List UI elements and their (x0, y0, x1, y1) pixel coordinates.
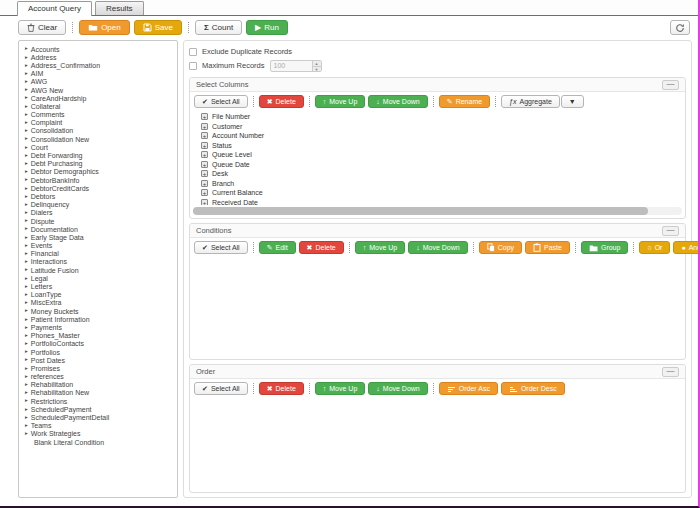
column-item[interactable]: Queue Date (190, 160, 685, 170)
tree-item[interactable]: ▸ Court (21, 143, 175, 151)
collapse-button[interactable]: — (662, 367, 679, 377)
tree-item[interactable]: ▸ Legal (21, 274, 175, 282)
tree-item[interactable]: ▸ AWG New (21, 86, 175, 94)
conditions-move-down-button[interactable]: ↓Move Down (408, 241, 467, 254)
tree-item[interactable]: ▸ Money Buckets (21, 307, 175, 315)
tree-item[interactable]: ▸ Complaint (21, 119, 175, 127)
exclude-duplicates-checkbox[interactable] (189, 48, 197, 56)
order-select-all-button[interactable]: ✔Select All (194, 382, 248, 395)
tree-item[interactable]: ▸ Patient Information (21, 315, 175, 323)
tree-item[interactable]: ▸ Comments (21, 111, 175, 119)
scrollbar-thumb[interactable] (193, 207, 648, 215)
tree-item[interactable]: ▸ Dialers (21, 209, 175, 217)
tree-item[interactable]: ▸ Debt Forwarding (21, 151, 175, 159)
tree-item[interactable]: ▸ references (21, 373, 175, 381)
tree-item[interactable]: ▸ Payments (21, 323, 175, 331)
tree-item[interactable]: ▸ Early Stage Data (21, 233, 175, 241)
order-asc-button[interactable]: Order Asc (439, 382, 498, 395)
tree-item[interactable]: ▸ Debtor Demographics (21, 168, 175, 176)
columns-delete-button[interactable]: ✖Delete (259, 95, 304, 108)
expand-plus-icon[interactable] (201, 161, 208, 168)
conditions-group-button[interactable]: Group (581, 241, 628, 254)
tree-item[interactable]: ▸ Interactions (21, 258, 175, 266)
expand-plus-icon[interactable] (201, 151, 208, 158)
collapse-button[interactable]: — (662, 80, 679, 90)
conditions-or-button[interactable]: ○Or (639, 241, 670, 254)
tree-item[interactable]: ▸ Collateral (21, 102, 175, 110)
tree-item[interactable]: ▸ DebtorCreditCards (21, 184, 175, 192)
tree-item[interactable]: ▸ Letters (21, 282, 175, 290)
column-item[interactable]: Customer (190, 122, 685, 132)
order-move-down-button[interactable]: ↓Move Down (368, 382, 427, 395)
tree-item[interactable]: ▸ AIM (21, 70, 175, 78)
column-item[interactable]: File Number (190, 112, 685, 122)
column-item[interactable]: Account Number (190, 131, 685, 141)
collapse-button[interactable]: — (662, 226, 679, 236)
order-delete-button[interactable]: ✖Delete (259, 382, 304, 395)
conditions-delete-button[interactable]: ✖Delete (299, 241, 344, 254)
tree-item[interactable]: ▸ Rehabilitation New (21, 389, 175, 397)
tree-item[interactable]: ▸ MiscExtra (21, 299, 175, 307)
column-item[interactable]: Current Balance (190, 188, 685, 198)
clear-button[interactable]: Clear (18, 20, 66, 35)
tree-item[interactable]: ▸ Debtors (21, 192, 175, 200)
tree-item[interactable]: ▸ Address_Confirmation (21, 61, 175, 69)
tree-item[interactable]: ▸ Phones_Master (21, 332, 175, 340)
conditions-select-all-button[interactable]: ✔Select All (194, 241, 248, 254)
conditions-edit-button[interactable]: ✎Edit (259, 241, 296, 254)
order-desc-button[interactable]: Order Desc (501, 382, 565, 395)
tree-item[interactable]: ▸ Financial (21, 250, 175, 258)
tab-account-query[interactable]: Account Query (17, 1, 92, 16)
tree-item[interactable]: ▸ Consolidation New (21, 135, 175, 143)
spinner-down-icon[interactable]: ▼ (313, 67, 321, 72)
refresh-button[interactable] (670, 20, 690, 35)
tree-item[interactable]: ▸ Documentation (21, 225, 175, 233)
tree-item-blank-literal-condition[interactable]: Blank Literal Condition (21, 438, 175, 446)
save-button[interactable]: Save (134, 20, 182, 35)
column-item[interactable]: Received Date (190, 198, 685, 206)
tree-item[interactable]: ▸ Debt Purchasing (21, 160, 175, 168)
columns-aggregate-button[interactable]: ƒxAggregate (501, 95, 560, 108)
aggregate-dropdown-button[interactable]: ▼ (561, 95, 584, 108)
expand-plus-icon[interactable] (201, 142, 208, 149)
tree-item[interactable]: ▸ Post Dates (21, 356, 175, 364)
maximum-records-input[interactable] (271, 61, 312, 71)
columns-move-up-button[interactable]: ↑Move Up (315, 95, 366, 108)
tree-item[interactable]: ▸ Portfolios (21, 348, 175, 356)
tree-item[interactable]: ▸ Accounts (21, 45, 175, 53)
columns-select-all-button[interactable]: ✔Select All (194, 95, 248, 108)
tree-item[interactable]: ▸ PortfolioContacts (21, 340, 175, 348)
column-item[interactable]: Queue Level (190, 150, 685, 160)
expand-plus-icon[interactable] (201, 189, 208, 196)
tree-item[interactable]: ▸ ScheduledPayment (21, 405, 175, 413)
tree-item[interactable]: ▸ Work Strategies (21, 430, 175, 438)
tree-item[interactable]: ▸ Events (21, 242, 175, 250)
expand-plus-icon[interactable] (201, 180, 208, 187)
tree-item[interactable]: ▸ CareAndHardship (21, 94, 175, 102)
tree-item[interactable]: ▸ Teams (21, 422, 175, 430)
column-item[interactable]: Branch (190, 179, 685, 189)
tree-item[interactable]: ▸ Delinquency (21, 201, 175, 209)
expand-plus-icon[interactable] (201, 123, 208, 130)
count-button[interactable]: Σ Count (195, 20, 242, 35)
columns-move-down-button[interactable]: ↓Move Down (368, 95, 427, 108)
tree-item[interactable]: ▸ Promises (21, 364, 175, 372)
conditions-paste-button[interactable]: Paste (525, 241, 570, 254)
tree-item[interactable]: ▸ ScheduledPaymentDetail (21, 413, 175, 421)
expand-plus-icon[interactable] (201, 199, 208, 205)
tree-item[interactable]: ▸ Latitude Fusion (21, 266, 175, 274)
tree-item[interactable]: ▸ LoanType (21, 291, 175, 299)
tree-item[interactable]: ▸ Dispute (21, 217, 175, 225)
conditions-move-up-button[interactable]: ↑Move Up (355, 241, 406, 254)
tree-item[interactable]: ▸ DebtorBankInfo (21, 176, 175, 184)
expand-plus-icon[interactable] (201, 132, 208, 139)
run-button[interactable]: ▶ Run (246, 20, 288, 35)
column-item[interactable]: Status (190, 141, 685, 151)
maximum-records-checkbox[interactable] (189, 62, 197, 70)
tree-item[interactable]: ▸ Address (21, 53, 175, 61)
conditions-copy-button[interactable]: Copy (479, 241, 522, 254)
open-button[interactable]: Open (79, 20, 130, 35)
tab-results[interactable]: Results (95, 1, 144, 15)
conditions-and-button[interactable]: ●And (673, 241, 700, 254)
tree-item[interactable]: ▸ Restrictions (21, 397, 175, 405)
